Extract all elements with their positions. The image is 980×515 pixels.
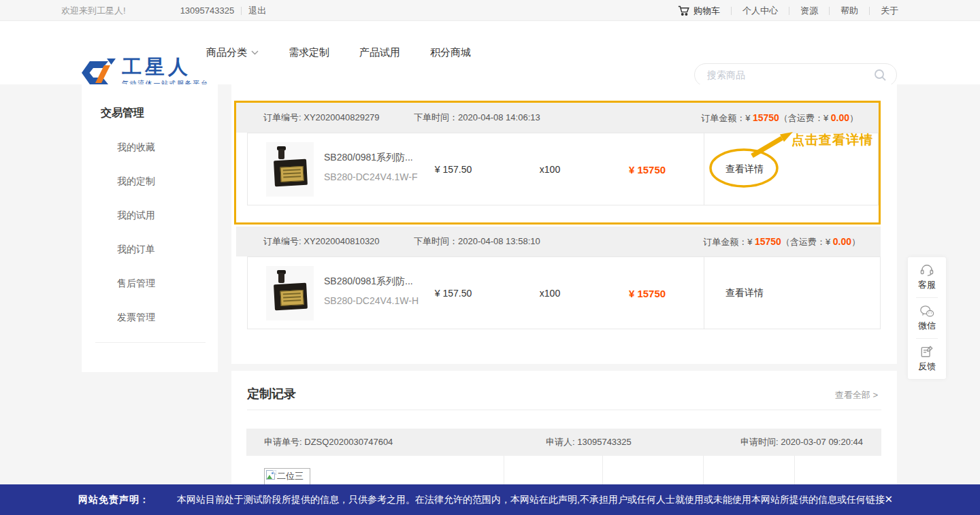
product-name-block[interactable]: SB280/0981系列防... SB280-DC24V4.1W-F <box>324 148 417 187</box>
product-image[interactable] <box>266 142 314 197</box>
sidebar-title: 交易管理 <box>82 84 218 120</box>
product-total: ¥ 15750 <box>629 287 666 299</box>
nav-item-custom[interactable]: 需求定制 <box>289 46 329 59</box>
nav-trial-label: 产品试用 <box>359 46 400 59</box>
nav-points-label: 积分商城 <box>430 46 471 59</box>
divider <box>704 257 704 329</box>
order-time-value: 2020-04-08 13:58:10 <box>458 236 540 246</box>
sidebar-item-aftersales[interactable]: 售后管理 <box>82 266 218 300</box>
feedback-button[interactable]: 反馈 <box>908 339 946 379</box>
wechat-icon <box>919 305 934 318</box>
product-quantity: x100 <box>540 288 560 299</box>
topbar-link-resources[interactable]: 资源 <box>800 5 818 17</box>
order-amount: 订单金额：¥ 15750（含运费：¥ 0.00） <box>703 227 860 257</box>
sidebar-item-orders[interactable]: 我的订单 <box>82 232 218 266</box>
freight-close: ） <box>849 113 858 123</box>
request-number-label: 申请单号: <box>264 437 302 447</box>
product-price: ¥ 157.50 <box>435 288 472 299</box>
logout-link[interactable]: 退出 <box>248 5 266 17</box>
order-amount-label: 订单金额：¥ <box>703 237 755 247</box>
divider <box>247 410 881 410</box>
order-time-label: 下单时间： <box>414 112 458 122</box>
nav-item-trial[interactable]: 产品试用 <box>359 46 400 59</box>
chevron-down-icon <box>251 50 259 55</box>
cart-label: 购物车 <box>693 5 720 17</box>
order-time: 下单时间：2020-04-08 13:58:10 <box>414 227 540 256</box>
product-name: SB280/0981系列防... <box>324 148 417 167</box>
view-detail-button[interactable]: 查看详情 <box>725 287 764 299</box>
freight-close: ） <box>851 237 860 247</box>
nav-item-points-mall[interactable]: 积分商城 <box>430 46 471 59</box>
request-applicant-value: 13095743325 <box>577 437 632 447</box>
topbar-left: 欢迎来到工星人! 13095743325 退出 <box>61 0 266 21</box>
sidebar-item-trials[interactable]: 我的试用 <box>82 198 218 232</box>
search-icon[interactable] <box>874 69 887 82</box>
divider <box>789 7 789 15</box>
customer-service-button[interactable]: 客服 <box>908 257 946 297</box>
freight-label: （含运费：¥ <box>781 237 833 247</box>
order-1-product-row: SB280/0981系列防... SB280-DC24V4.1W-F ¥ 157… <box>247 133 879 205</box>
order-2-header: 订单编号: XY2020040810320 下单时间：2020-04-08 13… <box>236 227 881 256</box>
request-applicant: 申请人: 13095743325 <box>546 429 632 456</box>
request-time: 申请时间: 2020-03-07 09:20:44 <box>740 429 863 456</box>
request-number-value: DZSQ2020030747604 <box>304 437 393 447</box>
search-box <box>694 63 897 86</box>
request-number: 申请单号: DZSQ2020030747604 <box>264 429 393 456</box>
product-image[interactable] <box>266 266 314 320</box>
broken-image-icon <box>266 470 276 480</box>
disclaimer-bar: 网站免责声明： 本网站目前处于测试阶段所提供的信息，只供参考之用。在法律允许的范… <box>0 484 980 515</box>
order-number: 订单编号: XY2020040829279 <box>263 103 380 133</box>
valve-knob <box>278 273 284 283</box>
product-name: SB280/0981系列防... <box>324 271 419 291</box>
feedback-label: 反馈 <box>918 361 936 373</box>
nav-custom-label: 需求定制 <box>289 46 329 59</box>
sidebar-item-customizations[interactable]: 我的定制 <box>82 164 218 198</box>
page: 欢迎来到工星人! 13095743325 退出 购物车 个人中心 资源 帮助 关… <box>0 0 980 515</box>
valve-body <box>274 159 308 186</box>
cart-link[interactable]: 购物车 <box>678 5 720 17</box>
nav-categories-label: 商品分类 <box>206 46 247 59</box>
product-model: SB280-DC24V4.1W-H <box>324 291 419 311</box>
order-card-1: 订单编号: XY2020040829279 下单时间：2020-04-08 14… <box>234 101 881 225</box>
topbar-link-profile[interactable]: 个人中心 <box>742 5 778 17</box>
logo-text: 工星人 气动流体一站式服务平台 <box>122 56 209 88</box>
request-time-label: 申请时间: <box>740 437 779 447</box>
order-number-value: XY2020040810320 <box>304 236 379 246</box>
sidebar-item-favorites[interactable]: 我的收藏 <box>82 130 218 164</box>
orders-panel: 订单编号: XY2020040829279 下单时间：2020-04-08 14… <box>231 84 897 364</box>
customer-service-label: 客服 <box>918 279 936 291</box>
nav-item-categories[interactable]: 商品分类 <box>206 46 259 59</box>
order-time: 下单时间：2020-04-08 14:06:13 <box>414 103 540 133</box>
order-amount-label: 订单金额：¥ <box>701 113 753 123</box>
product-total: ¥ 15750 <box>629 163 666 175</box>
topbar-right: 购物车 个人中心 资源 帮助 关于 <box>678 0 898 21</box>
request-time-value: 2020-03-07 09:20:44 <box>781 437 863 447</box>
product-name-block[interactable]: SB280/0981系列防... SB280-DC24V4.1W-H <box>324 271 419 311</box>
order-number-label: 订单编号: <box>263 236 301 246</box>
feedback-icon <box>920 345 934 359</box>
view-all-link[interactable]: 查看全部 > <box>835 389 878 401</box>
header: 工星人 气动流体一站式服务平台 商品分类 需求定制 产品试用 积分商城 <box>0 21 980 84</box>
divider <box>241 7 242 15</box>
divider <box>731 7 732 15</box>
order-2-product-row: SB280/0981系列防... SB280-DC24V4.1W-H ¥ 157… <box>247 256 881 329</box>
order-time-label: 下单时间： <box>414 236 458 246</box>
wechat-button[interactable]: 微信 <box>908 298 946 338</box>
view-detail-button[interactable]: 查看详情 <box>725 163 764 176</box>
order-amount-value: 15750 <box>753 112 779 123</box>
sidebar-item-invoices[interactable]: 发票管理 <box>82 300 218 334</box>
topbar-link-about[interactable]: 关于 <box>881 5 898 17</box>
sidebar: 交易管理 我的收藏 我的定制 我的试用 我的订单 售后管理 发票管理 <box>82 84 218 372</box>
sidebar-list: 我的收藏 我的定制 我的试用 我的订单 售后管理 发票管理 <box>82 130 218 334</box>
product-quantity: x100 <box>540 164 560 175</box>
float-toolbar: 客服 微信 反馈 <box>908 257 946 379</box>
close-icon[interactable]: ✕ <box>884 493 893 505</box>
valve-label <box>280 290 304 306</box>
topbar-link-help[interactable]: 帮助 <box>840 5 858 17</box>
divider <box>829 7 830 15</box>
custom-records-title: 定制记录 <box>247 386 296 402</box>
freight-label: （含运费：¥ <box>779 113 831 123</box>
request-applicant-label: 申请人: <box>546 437 575 447</box>
search-input[interactable] <box>707 69 874 80</box>
topbar: 欢迎来到工星人! 13095743325 退出 购物车 个人中心 资源 帮助 关… <box>0 0 980 21</box>
